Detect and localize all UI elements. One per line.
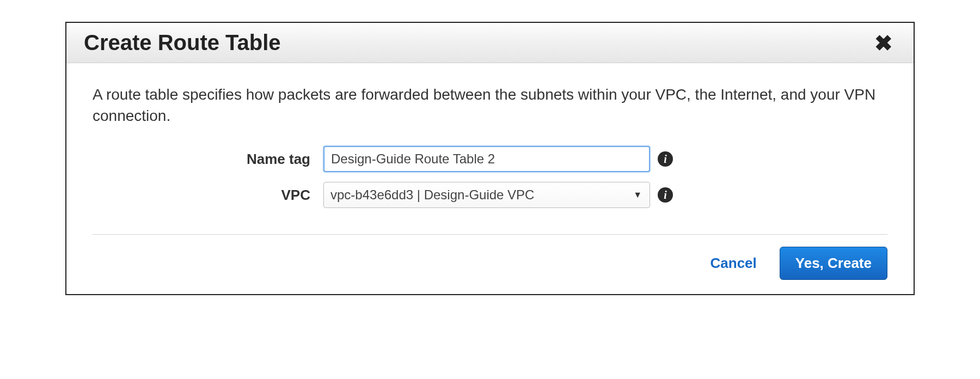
- dialog-description: A route table specifies how packets are …: [93, 84, 887, 126]
- info-icon[interactable]: i: [658, 151, 673, 167]
- dialog-header: Create Route Table ✖: [66, 23, 914, 63]
- dialog-footer: Cancel Yes, Create: [93, 234, 887, 280]
- form-row-name-tag: Name tag i: [93, 146, 887, 172]
- vpc-select-value: vpc-b43e6dd3 | Design-Guide VPC: [330, 187, 534, 203]
- vpc-label: VPC: [93, 187, 323, 204]
- name-tag-input[interactable]: [323, 146, 650, 172]
- close-icon[interactable]: ✖: [871, 32, 896, 54]
- chevron-down-icon: ▼: [629, 190, 646, 200]
- vpc-select[interactable]: vpc-b43e6dd3 | Design-Guide VPC ▼: [323, 182, 650, 208]
- info-icon[interactable]: i: [658, 187, 673, 203]
- yes-create-button[interactable]: Yes, Create: [780, 247, 887, 280]
- name-tag-label: Name tag: [93, 151, 323, 168]
- form-row-vpc: VPC vpc-b43e6dd3 | Design-Guide VPC ▼ i: [93, 182, 887, 208]
- cancel-button[interactable]: Cancel: [707, 250, 760, 276]
- dialog-title: Create Route Table: [84, 30, 281, 55]
- create-route-table-dialog: Create Route Table ✖ A route table speci…: [65, 22, 915, 295]
- dialog-body: A route table specifies how packets are …: [66, 63, 914, 222]
